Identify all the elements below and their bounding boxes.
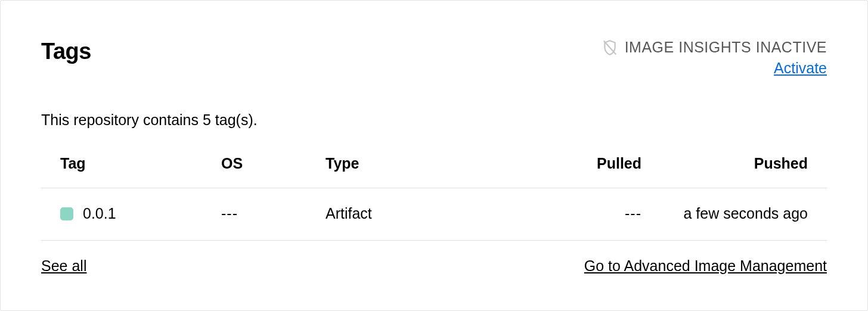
col-header-type: Type [326, 155, 475, 172]
header-row: Tags IMAGE INSIGHTS INACTIVE Activate [41, 39, 827, 77]
footer-row: See all Go to Advanced Image Management [41, 241, 827, 275]
see-all-link[interactable]: See all [41, 257, 86, 275]
cell-os: --- [221, 205, 326, 222]
cell-pulled: --- [475, 205, 641, 222]
repo-description: This repository contains 5 tag(s). [41, 111, 827, 129]
insights-label: IMAGE INSIGHTS INACTIVE [625, 39, 827, 56]
tag-swatch [60, 207, 73, 220]
col-header-pushed: Pushed [641, 155, 808, 172]
activate-link[interactable]: Activate [774, 60, 827, 77]
insights-block: IMAGE INSIGHTS INACTIVE Activate [602, 39, 827, 77]
tag-value: 0.0.1 [83, 205, 116, 222]
cell-type: Artifact [326, 205, 475, 222]
col-header-pulled: Pulled [475, 155, 641, 172]
shield-off-icon [602, 39, 618, 56]
cell-pushed: a few seconds ago [641, 205, 808, 222]
col-header-tag: Tag [60, 155, 221, 172]
insights-status: IMAGE INSIGHTS INACTIVE [602, 39, 827, 56]
advanced-management-link[interactable]: Go to Advanced Image Management [584, 257, 827, 275]
table-row[interactable]: 0.0.1 --- Artifact --- a few seconds ago [41, 188, 827, 241]
table-header: Tag OS Type Pulled Pushed [41, 155, 827, 188]
page-title: Tags [41, 39, 91, 64]
tags-card: Tags IMAGE INSIGHTS INACTIVE Activate Th… [0, 0, 868, 311]
tag-cell: 0.0.1 [60, 205, 221, 222]
col-header-os: OS [221, 155, 326, 172]
cell-tag: 0.0.1 [60, 205, 221, 222]
